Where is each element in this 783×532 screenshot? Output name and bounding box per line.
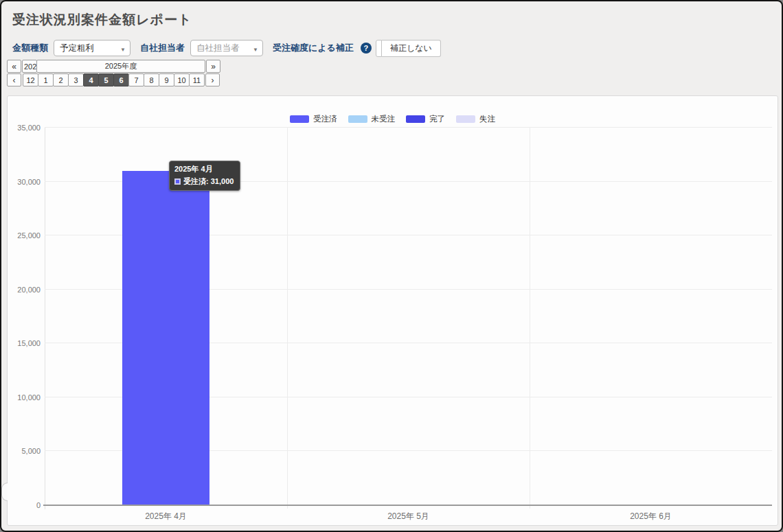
year-nav: « 2024 2025年度 » (7, 60, 220, 73)
month-button-11[interactable]: 11 (189, 73, 205, 86)
h-gridline (45, 127, 772, 128)
chart-tooltip: 2025年 4月 受注済: 31,000 (169, 161, 240, 191)
bar-受注済[interactable] (122, 171, 209, 505)
y-tick-label: 5,000 (8, 447, 41, 455)
next-month-button[interactable]: › (205, 73, 220, 86)
y-axis-labels: 05,00010,00015,00020,00025,00030,00035,0… (8, 128, 41, 505)
prev-year-button[interactable]: 2024 (22, 60, 37, 73)
prev-month-button[interactable]: ‹ (7, 73, 21, 86)
chevron-down-icon: ▼ (120, 47, 126, 53)
amount-type-select[interactable]: 予定粗利 ▼ (54, 40, 130, 56)
month-button-9[interactable]: 9 (159, 73, 174, 86)
month-button-2[interactable]: 2 (53, 73, 69, 86)
x-tick-label: 2025年 6月 (630, 511, 672, 522)
chevron-down-icon: ▼ (253, 47, 258, 53)
month-button-12[interactable]: 12 (23, 73, 38, 86)
chart-card: 受注済未受注完了失注 05,00010,00015,00020,00025,00… (7, 95, 778, 526)
legend-label: 受注済 (313, 114, 337, 124)
legend-item-受注済[interactable]: 受注済 (290, 114, 337, 124)
probability-correction-label: 受注確度による補正 (273, 42, 354, 54)
page-title: 受注状況別案件金額レポート (12, 11, 192, 29)
legend-item-失注[interactable]: 失注 (456, 114, 495, 124)
y-tick-label: 10,000 (8, 393, 41, 402)
correction-stub-segment[interactable] (376, 40, 382, 57)
y-tick-label: 35,000 (8, 124, 41, 132)
month-button-5[interactable]: 5 (98, 73, 114, 86)
month-button-4[interactable]: 4 (83, 73, 99, 86)
legend-swatch (456, 115, 475, 123)
correction-button[interactable]: 補正しない (382, 40, 441, 57)
tooltip-value-text: 受注済: 31,000 (183, 176, 234, 187)
tooltip-series-swatch (174, 178, 181, 185)
legend-item-完了[interactable]: 完了 (406, 114, 445, 124)
next-years-button[interactable]: » (206, 60, 220, 73)
month-buttons: 121234567891011 (23, 73, 205, 86)
month-button-6[interactable]: 6 (113, 73, 129, 86)
x-axis-baseline (43, 505, 772, 506)
filter-bar: 金額種類 予定粗利 ▼ 自社担当者 自社担当者 ▼ 受注確度による補正 ? 補正… (12, 39, 441, 57)
side-panel-handle[interactable] (1, 483, 8, 501)
y-tick-label: 25,000 (8, 231, 41, 240)
rep-placeholder: 自社担当者 (196, 43, 240, 54)
v-gridline (287, 128, 288, 509)
rep-label: 自社担当者 (140, 42, 185, 54)
legend-label: 完了 (429, 114, 445, 124)
tooltip-value-line: 受注済: 31,000 (174, 176, 234, 187)
tooltip-title: 2025年 4月 (174, 164, 234, 174)
y-axis-line (45, 128, 45, 509)
v-gridline (530, 128, 530, 509)
plot-area (45, 128, 772, 505)
prev-years-button[interactable]: « (7, 60, 21, 73)
legend-label: 失注 (479, 114, 495, 124)
rep-select[interactable]: 自社担当者 ▼ (190, 40, 263, 56)
chart-legend: 受注済未受注完了失注 (8, 114, 778, 124)
legend-swatch (348, 115, 367, 123)
legend-item-未受注[interactable]: 未受注 (348, 114, 396, 124)
y-tick-label: 20,000 (8, 286, 41, 294)
month-button-1[interactable]: 1 (38, 73, 54, 86)
y-tick-label: 0 (8, 501, 41, 509)
legend-swatch (290, 115, 309, 123)
month-button-10[interactable]: 10 (174, 73, 190, 86)
current-year-button[interactable]: 2025年度 (36, 60, 205, 73)
amount-type-value: 予定粗利 (60, 43, 94, 54)
correction-button-group: 補正しない (376, 40, 441, 57)
legend-swatch (406, 115, 425, 123)
y-tick-label: 30,000 (8, 178, 41, 186)
y-tick-label: 15,000 (8, 339, 41, 347)
app-window: 受注状況別案件金額レポート 金額種類 予定粗利 ▼ 自社担当者 自社担当者 ▼ … (0, 0, 783, 532)
legend-label: 未受注 (372, 114, 396, 124)
month-button-3[interactable]: 3 (68, 73, 84, 86)
month-button-8[interactable]: 8 (144, 73, 159, 86)
x-axis-labels: 2025年 4月2025年 5月2025年 6月 (45, 511, 772, 522)
x-tick-label: 2025年 4月 (145, 511, 187, 522)
x-tick-label: 2025年 5月 (387, 511, 429, 522)
amount-type-label: 金額種類 (12, 42, 48, 54)
help-icon[interactable]: ? (361, 43, 372, 54)
month-button-7[interactable]: 7 (128, 73, 144, 86)
month-nav: ‹ 121234567891011 › (7, 73, 220, 86)
